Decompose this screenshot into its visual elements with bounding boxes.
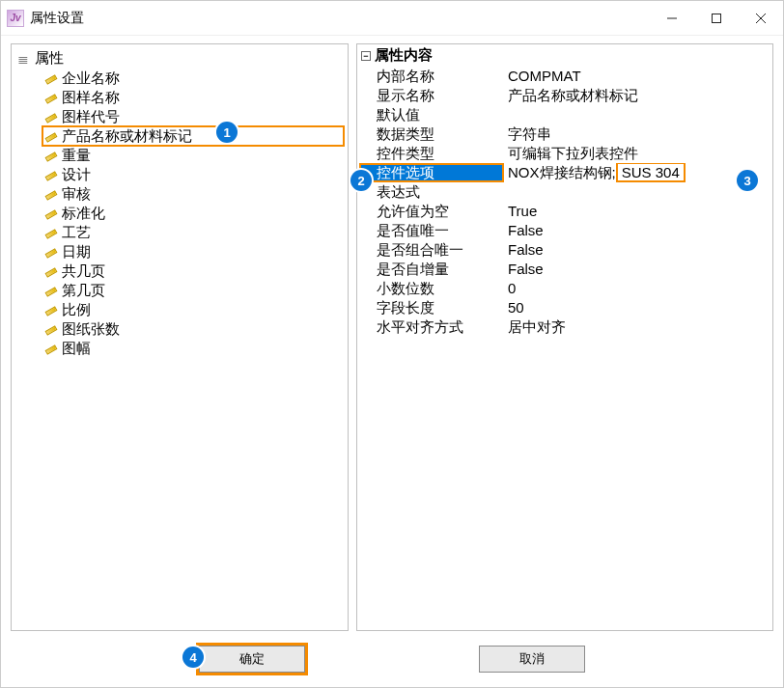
stack-icon: ≣: [17, 52, 31, 66]
minimize-icon: [666, 13, 678, 24]
property-key: 是否值唯一: [359, 221, 504, 240]
tree-item[interactable]: 企业名称: [42, 69, 344, 88]
tree-item-label: 图样代号: [62, 107, 120, 126]
property-row[interactable]: 控件类型可编辑下拉列表控件: [359, 144, 770, 163]
propgrid-header[interactable]: − 属性内容: [359, 46, 770, 67]
property-key: 控件选项: [359, 163, 504, 182]
pencil-icon: [44, 71, 58, 85]
tree-item[interactable]: 重量: [42, 146, 344, 165]
property-key: 数据类型: [359, 124, 504, 144]
app-icon: Jv: [7, 10, 24, 27]
property-row[interactable]: 是否自增量False: [359, 260, 770, 279]
tree-item[interactable]: 图纸张数: [42, 319, 344, 339]
tree-item-label: 图样名称: [62, 88, 120, 107]
tree-item[interactable]: 日期: [42, 242, 344, 261]
property-row[interactable]: 默认值: [359, 105, 770, 124]
property-row[interactable]: 允许值为空True: [359, 202, 770, 221]
property-value: 居中对齐: [504, 317, 770, 337]
tree-item-label: 企业名称: [62, 69, 120, 88]
tree-item[interactable]: 比例: [42, 300, 344, 319]
tree-item-label: 图纸张数: [62, 319, 120, 339]
pencil-icon: [44, 91, 58, 104]
tree-item[interactable]: 图样名称: [42, 88, 344, 107]
pencil-icon: [44, 129, 58, 143]
property-key: 默认值: [359, 105, 504, 124]
property-row[interactable]: 控件选项NOX焊接结构钢;SUS 304: [359, 163, 770, 182]
property-row[interactable]: 显示名称产品名称或材料标记: [359, 86, 770, 105]
property-value: 可编辑下拉列表控件: [504, 144, 770, 163]
pencil-icon: [44, 245, 58, 259]
tree-item-label: 设计: [62, 165, 91, 184]
property-key: 显示名称: [359, 86, 504, 105]
property-value: True: [504, 202, 770, 221]
tree-item[interactable]: 共几页: [42, 261, 344, 281]
close-button[interactable]: [739, 1, 783, 36]
tree-item-label: 共几页: [62, 261, 105, 281]
property-row[interactable]: 内部名称COMPMAT: [359, 67, 770, 86]
pencil-icon: [44, 206, 58, 220]
window-title: 属性设置: [30, 10, 84, 27]
collapse-icon[interactable]: −: [361, 51, 371, 61]
tree-item[interactable]: 产品名称或材料标记: [42, 126, 344, 146]
maximize-icon: [711, 13, 722, 24]
tree-item[interactable]: 标准化: [42, 204, 344, 223]
callout-1: 1: [216, 122, 238, 143]
tree-root-text: 属性: [35, 49, 64, 68]
property-row[interactable]: 字段长度50: [359, 298, 770, 317]
pencil-icon: [44, 284, 58, 297]
property-value: 0: [504, 279, 770, 298]
property-row[interactable]: 数据类型字符串: [359, 124, 770, 144]
tree-item[interactable]: 第几页: [42, 281, 344, 300]
tree-root: ≣ 属性 企业名称图样名称图样代号产品名称或材料标记重量设计审核标准化工艺日期共…: [15, 46, 344, 360]
property-value: False: [504, 260, 770, 279]
property-value: 产品名称或材料标记: [504, 86, 770, 105]
tree-root-label[interactable]: ≣ 属性: [15, 48, 344, 69]
pencil-icon: [44, 342, 58, 355]
pencil-icon: [44, 187, 58, 201]
property-value: False: [504, 240, 770, 260]
pencil-icon: [44, 168, 58, 181]
tree-item-label: 重量: [62, 146, 91, 165]
tree-item[interactable]: 图幅: [42, 339, 344, 358]
property-value: COMPMAT: [504, 67, 770, 86]
minimize-button[interactable]: [650, 1, 694, 36]
maximize-button[interactable]: [694, 1, 739, 36]
property-key: 是否组合唯一: [359, 240, 504, 260]
dialog-footer: 4 确定 取消: [1, 631, 783, 687]
property-key: 控件类型: [359, 144, 504, 163]
property-row[interactable]: 小数位数0: [359, 279, 770, 298]
tree-item[interactable]: 工艺: [42, 223, 344, 242]
property-grid: − 属性内容 内部名称COMPMAT显示名称产品名称或材料标记默认值数据类型字符…: [359, 46, 770, 337]
tree-item-label: 第几页: [62, 281, 105, 300]
pencil-icon: [44, 264, 58, 278]
pencil-icon: [44, 303, 58, 316]
ok-button[interactable]: 确定: [199, 646, 305, 673]
tree-item-label: 日期: [62, 242, 91, 261]
tree-item-label: 审核: [62, 184, 91, 204]
property-key: 小数位数: [359, 279, 504, 298]
tree-item[interactable]: 图样代号: [42, 107, 344, 126]
property-key: 水平对齐方式: [359, 317, 504, 337]
property-row[interactable]: 表达式: [359, 182, 770, 202]
dialog-window: Jv 属性设置 ≣ 属性 企业名称图样名称图样代号产品名称或材料标记重量设计审核…: [0, 0, 784, 688]
tree-item-label: 标准化: [62, 204, 105, 223]
callout-2: 2: [350, 170, 372, 191]
pencil-icon: [44, 226, 58, 239]
tree-item[interactable]: 审核: [42, 184, 344, 204]
svg-rect-1: [713, 14, 721, 22]
tree-item-label: 产品名称或材料标记: [62, 126, 192, 146]
property-row[interactable]: 水平对齐方式居中对齐: [359, 317, 770, 337]
pencil-icon: [44, 322, 58, 336]
content-area: ≣ 属性 企业名称图样名称图样代号产品名称或材料标记重量设计审核标准化工艺日期共…: [1, 36, 783, 631]
property-row[interactable]: 是否值唯一False: [359, 221, 770, 240]
property-row[interactable]: 是否组合唯一False: [359, 240, 770, 260]
tree-item[interactable]: 设计: [42, 165, 344, 184]
pencil-icon: [44, 110, 58, 124]
property-value-editbox[interactable]: SUS 304: [616, 163, 686, 182]
property-value[interactable]: NOX焊接结构钢;SUS 304: [504, 163, 770, 182]
cancel-button[interactable]: 取消: [479, 646, 585, 673]
property-value: 50: [504, 298, 770, 317]
close-icon: [755, 13, 767, 24]
tree-item-label: 比例: [62, 300, 91, 319]
propgrid-header-text: 属性内容: [375, 46, 433, 65]
